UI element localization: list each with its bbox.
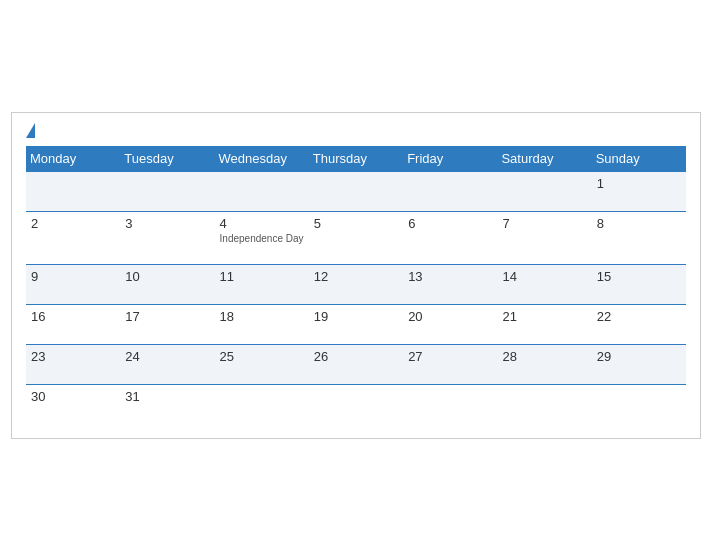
day-number: 3 [125, 216, 132, 231]
day-number: 29 [597, 349, 611, 364]
calendar-cell: 27 [403, 344, 497, 384]
day-number: 20 [408, 309, 422, 324]
day-number: 24 [125, 349, 139, 364]
calendar-cell: 14 [497, 264, 591, 304]
calendar-cell [309, 171, 403, 211]
calendar-cell [497, 171, 591, 211]
calendar-cell: 25 [215, 344, 309, 384]
week-row-5: 3031 [26, 384, 686, 424]
calendar-cell: 17 [120, 304, 214, 344]
calendar-cell: 19 [309, 304, 403, 344]
day-number: 16 [31, 309, 45, 324]
calendar-cell [120, 171, 214, 211]
logo-triangle-icon [26, 123, 35, 138]
day-number: 21 [502, 309, 516, 324]
calendar-cell: 23 [26, 344, 120, 384]
day-number: 9 [31, 269, 38, 284]
day-number: 15 [597, 269, 611, 284]
calendar-cell [592, 384, 686, 424]
weekday-header-wednesday: Wednesday [215, 146, 309, 172]
day-number: 11 [220, 269, 234, 284]
day-number: 5 [314, 216, 321, 231]
weekday-header-sunday: Sunday [592, 146, 686, 172]
calendar-cell: 16 [26, 304, 120, 344]
weekday-header-tuesday: Tuesday [120, 146, 214, 172]
day-number: 13 [408, 269, 422, 284]
day-number: 19 [314, 309, 328, 324]
calendar-cell: 31 [120, 384, 214, 424]
calendar-cell [309, 384, 403, 424]
calendar-cell [403, 384, 497, 424]
day-number: 26 [314, 349, 328, 364]
day-number: 6 [408, 216, 415, 231]
day-number: 18 [220, 309, 234, 324]
calendar-cell: 4Independence Day [215, 211, 309, 264]
weekday-header-thursday: Thursday [309, 146, 403, 172]
calendar-cell: 24 [120, 344, 214, 384]
calendar-cell: 21 [497, 304, 591, 344]
calendar-cell: 13 [403, 264, 497, 304]
day-number: 7 [502, 216, 509, 231]
calendar-cell: 22 [592, 304, 686, 344]
calendar-cell: 10 [120, 264, 214, 304]
calendar-cell: 28 [497, 344, 591, 384]
weekday-header-friday: Friday [403, 146, 497, 172]
calendar-cell [497, 384, 591, 424]
calendar-cell: 26 [309, 344, 403, 384]
calendar-cell [215, 384, 309, 424]
day-number: 14 [502, 269, 516, 284]
calendar-cell: 7 [497, 211, 591, 264]
calendar-cell: 8 [592, 211, 686, 264]
calendar-cell: 9 [26, 264, 120, 304]
calendar-cell [403, 171, 497, 211]
calendar-cell: 29 [592, 344, 686, 384]
week-row-2: 9101112131415 [26, 264, 686, 304]
calendar-cell: 11 [215, 264, 309, 304]
calendar-cell: 6 [403, 211, 497, 264]
day-number: 4 [220, 216, 227, 231]
day-number: 2 [31, 216, 38, 231]
week-row-4: 23242526272829 [26, 344, 686, 384]
day-number: 17 [125, 309, 139, 324]
calendar-cell: 15 [592, 264, 686, 304]
day-number: 28 [502, 349, 516, 364]
day-number: 23 [31, 349, 45, 364]
weekday-header-row: MondayTuesdayWednesdayThursdayFridaySatu… [26, 146, 686, 172]
week-row-1: 234Independence Day5678 [26, 211, 686, 264]
logo [26, 123, 37, 138]
calendar-cell: 2 [26, 211, 120, 264]
calendar-cell: 1 [592, 171, 686, 211]
calendar-cell: 5 [309, 211, 403, 264]
holiday-label: Independence Day [220, 233, 304, 244]
day-number: 22 [597, 309, 611, 324]
day-number: 27 [408, 349, 422, 364]
day-number: 30 [31, 389, 45, 404]
calendar-cell [215, 171, 309, 211]
day-number: 12 [314, 269, 328, 284]
week-row-0: 1 [26, 171, 686, 211]
day-number: 25 [220, 349, 234, 364]
calendar-cell: 20 [403, 304, 497, 344]
calendar-cell: 30 [26, 384, 120, 424]
calendar-container: MondayTuesdayWednesdayThursdayFridaySatu… [11, 112, 701, 439]
calendar-cell: 3 [120, 211, 214, 264]
calendar-grid: MondayTuesdayWednesdayThursdayFridaySatu… [26, 146, 686, 424]
weekday-header-saturday: Saturday [497, 146, 591, 172]
calendar-header [26, 123, 686, 138]
weekday-header-monday: Monday [26, 146, 120, 172]
calendar-cell: 18 [215, 304, 309, 344]
day-number: 31 [125, 389, 139, 404]
calendar-cell [26, 171, 120, 211]
week-row-3: 16171819202122 [26, 304, 686, 344]
day-number: 1 [597, 176, 604, 191]
day-number: 8 [597, 216, 604, 231]
day-number: 10 [125, 269, 139, 284]
calendar-cell: 12 [309, 264, 403, 304]
